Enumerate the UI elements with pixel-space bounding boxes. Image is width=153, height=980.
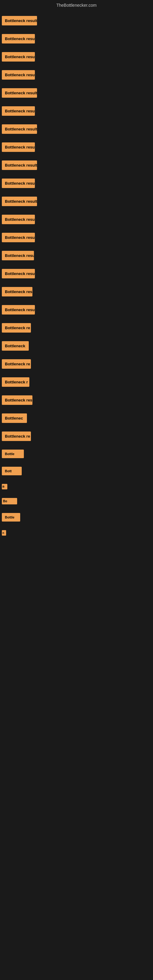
bottleneck-result-badge[interactable]: Bottleneck re (2, 323, 31, 332)
bottleneck-result-badge[interactable]: Bottleneck res (2, 287, 32, 296)
list-item: Bottleneck re (0, 320, 153, 337)
list-item: Bottleneck res (0, 284, 153, 301)
bottleneck-result-badge[interactable]: Bott (2, 467, 22, 475)
list-item: Bottleneck result (0, 121, 153, 138)
bottleneck-result-badge[interactable]: Bottleneck result (2, 70, 35, 80)
bottleneck-result-badge[interactable]: Bottleneck result (2, 178, 35, 188)
list-item: Bottleneck r (0, 374, 153, 391)
list-item: Bo (0, 495, 153, 509)
list-item: Bottleneck result (0, 13, 153, 30)
bottleneck-result-badge[interactable]: Bottleneck result (2, 34, 35, 43)
list-item: Bottleneck result (0, 175, 153, 192)
list-item: Bottleneck result (0, 230, 153, 247)
list-item: Bottleneck result (0, 31, 153, 48)
header: TheBottlenecker.com (0, 0, 153, 10)
list-item: Bottleneck result (0, 194, 153, 210)
bottleneck-result-badge[interactable]: Bottleneck result (2, 124, 37, 134)
bottleneck-result-badge[interactable]: Bottleneck re (2, 359, 31, 369)
bottleneck-result-badge[interactable]: Bottleneck r (2, 377, 29, 387)
bottleneck-result-badge[interactable]: Bottle (2, 450, 24, 458)
list-item: Bottleneck result (0, 266, 153, 283)
bottleneck-result-badge[interactable]: n (2, 530, 6, 536)
list-item: Bottleneck result (0, 139, 153, 156)
bottleneck-result-badge[interactable]: Bottleneck result (2, 88, 37, 98)
list-item: Bottle (0, 510, 153, 526)
site-title: TheBottlenecker.com (56, 3, 97, 8)
list-item: Bottleneck result (0, 212, 153, 229)
bottleneck-result-badge[interactable]: Bottleneck result (2, 16, 37, 25)
list-item: Bottle (0, 447, 153, 463)
list-item: Bottleneck result (0, 49, 153, 66)
list-item: Bottleneck result (0, 67, 153, 84)
bottleneck-result-badge[interactable]: B (2, 484, 7, 489)
bottleneck-result-badge[interactable]: Bottleneck result (2, 233, 35, 242)
items-container: Bottleneck resultBottleneck resultBottle… (0, 10, 153, 542)
bottleneck-result-badge[interactable]: Bottleneck re (2, 431, 31, 441)
list-item: Bott (0, 464, 153, 480)
bottleneck-result-badge[interactable]: Bottleneck result (2, 106, 35, 116)
list-item: Bottleneck (0, 338, 153, 355)
bottleneck-result-badge[interactable]: Bottlenec (2, 414, 27, 423)
bottleneck-result-badge[interactable]: Bottleneck result (2, 215, 35, 224)
list-item: Bottleneck result (0, 248, 153, 265)
bottleneck-result-badge[interactable]: Bottleneck result (2, 251, 34, 260)
bottleneck-result-badge[interactable]: Bottleneck result (2, 161, 37, 170)
list-item: Bottlenec (0, 410, 153, 427)
bottleneck-result-badge[interactable]: Bottleneck resu (2, 395, 32, 405)
bottleneck-result-badge[interactable]: Bottleneck result (2, 305, 35, 315)
list-item: Bottleneck re (0, 428, 153, 445)
bottleneck-result-badge[interactable]: Bo (2, 498, 17, 504)
bottleneck-result-badge[interactable]: Bottleneck (2, 341, 29, 351)
list-item: Bottleneck re (0, 356, 153, 373)
list-item: Bottleneck result (0, 302, 153, 319)
bottleneck-result-badge[interactable]: Bottleneck result (2, 197, 37, 206)
list-item: B (0, 481, 153, 494)
bottleneck-result-badge[interactable]: Bottleneck result (2, 142, 35, 152)
list-item: Bottleneck result (0, 158, 153, 174)
bottleneck-result-badge[interactable]: Bottleneck result (2, 269, 35, 278)
list-item: Bottleneck result (0, 103, 153, 120)
bottleneck-result-badge[interactable]: Bottle (2, 513, 20, 522)
list-item: Bottleneck result (0, 85, 153, 102)
list-item: Bottleneck resu (0, 392, 153, 409)
list-item: n (0, 527, 153, 540)
bottleneck-result-badge[interactable]: Bottleneck result (2, 52, 35, 62)
